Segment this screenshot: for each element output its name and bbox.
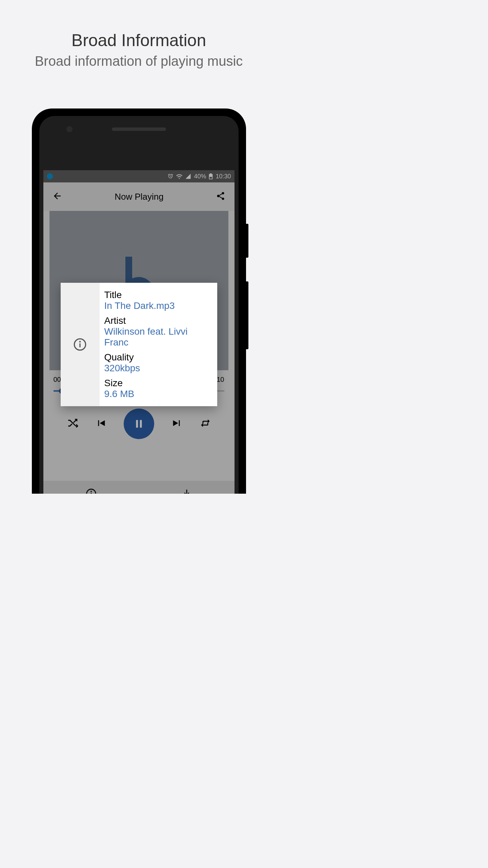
- svg-point-5: [80, 341, 80, 342]
- phone-camera: [66, 126, 73, 132]
- artist-value: Wilkinson feat. Livvi Franc: [104, 326, 212, 348]
- info-icon: [73, 338, 87, 351]
- title-value: In The Dark.mp3: [104, 300, 212, 311]
- app-screen: 40% 10:30 Now Playing: [43, 170, 235, 494]
- size-label: Size: [104, 378, 212, 389]
- phone-side-button: [246, 224, 248, 258]
- promo-heading: Broad Information Broad information of p…: [0, 0, 278, 69]
- phone-side-button: [246, 281, 248, 349]
- promo-subtitle: Broad information of playing music: [0, 54, 278, 69]
- track-info-dialog: Title In The Dark.mp3 Artist Wilkinson f…: [61, 283, 217, 406]
- artist-label: Artist: [104, 315, 212, 326]
- quality-label: Quality: [104, 352, 212, 363]
- quality-value: 320kbps: [104, 363, 212, 374]
- dialog-icon-column: [61, 283, 100, 406]
- phone-speaker: [112, 127, 166, 131]
- phone-frame: 40% 10:30 Now Playing: [32, 108, 246, 494]
- size-value: 9.6 MB: [104, 389, 212, 399]
- promo-title: Broad Information: [0, 31, 278, 50]
- title-label: Title: [104, 290, 212, 300]
